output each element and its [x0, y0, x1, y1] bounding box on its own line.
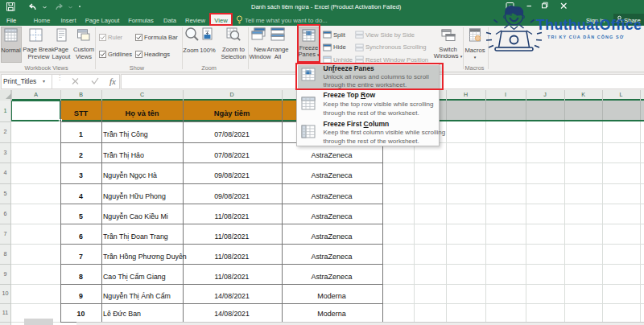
svg-text:fx: fx: [109, 76, 116, 86]
